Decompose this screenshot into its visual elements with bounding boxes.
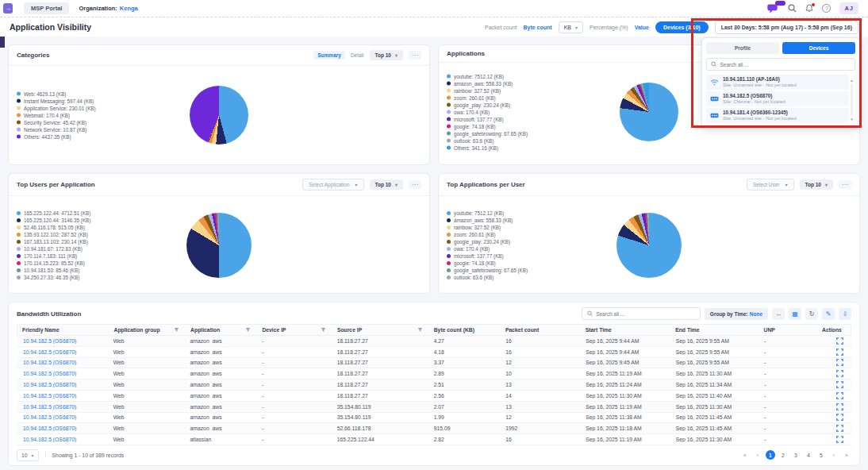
legend-item[interactable]: rainbow: 327.52 (KB): [447, 225, 528, 230]
packet-count-toggle[interactable]: Packet count: [485, 25, 517, 30]
percentage-toggle[interactable]: Percentage (%): [590, 25, 628, 30]
columns-button[interactable]: ▦: [789, 308, 801, 320]
expand-row-icon[interactable]: [836, 403, 843, 410]
device-list-item[interactable]: 10.94.182.5 (OS6870) Site: Chennai - Not…: [706, 91, 849, 106]
page-number-button[interactable]: 1: [766, 450, 775, 460]
legend-item[interactable]: google: 74.18 (KB): [447, 260, 528, 266]
device-list-item[interactable]: 10.94.181.110 (AP-16A0) Site: Unnamed si…: [706, 75, 849, 90]
notifications-button[interactable]: [805, 4, 813, 13]
first-page-button[interactable]: «: [740, 450, 750, 460]
expand-columns-button[interactable]: ↔: [772, 308, 785, 320]
tab-profile[interactable]: Profile: [706, 42, 779, 54]
legend-item[interactable]: 135.93.122.102: 287.52 (KB): [17, 232, 90, 237]
more-options-button[interactable]: ⋯: [409, 180, 421, 189]
friendly-name-link[interactable]: 10.94.182.5 (OS6870): [17, 437, 109, 442]
friendly-name-link[interactable]: 10.94.182.5 (OS6870): [17, 349, 109, 355]
legend-item[interactable]: google_safebrowsing: 67.65 (KB): [447, 268, 528, 273]
friendly-name-link[interactable]: 10.94.182.5 (OS6870): [17, 393, 109, 399]
page-number-button[interactable]: 2: [778, 450, 788, 460]
select-user-dropdown[interactable]: Select User▾: [747, 179, 794, 191]
friendly-name-link[interactable]: 10.94.182.5 (OS6870): [17, 382, 109, 387]
legend-item[interactable]: Others: 4437.35 (KB): [17, 134, 96, 140]
page-number-button[interactable]: 5: [816, 450, 826, 460]
legend-item[interactable]: 167.183.13.103: 230.14 (KB): [17, 239, 90, 245]
device-list-item[interactable]: 10.94.181.4 (OS6360-12345) Site: Unnamed…: [706, 108, 849, 123]
table-row[interactable]: 10.94.182.5 (OS6870) Web amazon_aws - 18…: [17, 347, 851, 358]
legend-item[interactable]: 170.114.7.183: 111 (KB): [17, 253, 90, 259]
expand-row-icon[interactable]: [836, 381, 843, 388]
scroll-up-icon[interactable]: ▴: [851, 78, 853, 83]
expand-row-icon[interactable]: [836, 436, 843, 443]
table-header-cell[interactable]: Application: [186, 327, 257, 333]
table-row[interactable]: 10.94.182.5 (OS6870) Web atlassian - 165…: [17, 434, 851, 445]
search-button[interactable]: [788, 4, 797, 13]
table-row[interactable]: 10.94.182.5 (OS6870) Web amazon_aws - 35…: [17, 402, 851, 413]
sidebar-expand-button[interactable]: →: [3, 3, 13, 13]
table-row[interactable]: 10.94.182.5 (OS6870) Web amazon_aws - 18…: [17, 358, 851, 369]
legend-item[interactable]: Webmail: 170.4 (KB): [17, 113, 96, 118]
scroll-down-icon[interactable]: ▾: [851, 117, 853, 121]
page-number-button[interactable]: 4: [804, 450, 813, 460]
scroll-track[interactable]: [851, 83, 853, 116]
table-header-cell[interactable]: Device IP: [257, 327, 332, 333]
filter-icon[interactable]: [417, 327, 423, 333]
table-row[interactable]: 10.94.182.5 (OS6870) Web amazon_aws - 18…: [17, 379, 851, 391]
legend-item[interactable]: 52.46.116.178: 515.05 (KB): [17, 225, 90, 230]
select-application-dropdown[interactable]: Select Application▾: [302, 179, 363, 191]
page-number-button[interactable]: 3: [791, 450, 801, 460]
legend-item[interactable]: owa: 170.4 (KB): [447, 246, 528, 252]
last-page-button[interactable]: »: [842, 450, 851, 460]
expand-row-icon[interactable]: [836, 349, 843, 356]
legend-item[interactable]: microsoft: 137.77 (KB): [447, 253, 528, 259]
page-size-select[interactable]: 10▾: [17, 449, 39, 461]
table-header-cell[interactable]: Application group: [109, 327, 186, 333]
legend-item[interactable]: Others: 341.16 (KB): [447, 145, 528, 151]
table-header-cell[interactable]: End Time: [670, 327, 759, 333]
friendly-name-link[interactable]: 10.94.182.5 (OS6870): [17, 360, 109, 365]
filter-icon[interactable]: [174, 327, 179, 333]
expand-row-icon[interactable]: [836, 337, 843, 345]
search-input[interactable]: [596, 311, 695, 317]
prev-page-button[interactable]: ‹: [753, 450, 762, 460]
legend-item[interactable]: amazon_aws: 558.33 (KB): [447, 81, 528, 87]
table-header-cell[interactable]: Source IP: [332, 327, 429, 333]
legend-item[interactable]: Security Service: 45.42 (KB): [17, 120, 96, 125]
table-row[interactable]: 10.94.182.5 (OS6870) Web amazon_aws - 18…: [17, 391, 851, 402]
friendly-name-link[interactable]: 10.94.182.5 (OS6870): [17, 371, 109, 376]
legend-item[interactable]: Instant Messaging: 597.44 (KB): [17, 98, 96, 104]
table-header-cell[interactable]: UNP: [759, 327, 817, 333]
legend-item[interactable]: amazon_aws: 558.33 (KB): [447, 218, 528, 223]
legend-item[interactable]: Web: 4629.13 (KB): [17, 91, 96, 97]
legend-item[interactable]: 165.225.122.44: 4712.51 (KB): [17, 210, 90, 216]
value-toggle[interactable]: Value: [635, 25, 649, 30]
group-by-time-button[interactable]: Group by Time:None: [705, 308, 768, 320]
date-range-picker[interactable]: Last 30 Days: 5:58 pm (Aug 17) - 5:58 pm…: [715, 21, 858, 34]
legend-item[interactable]: outlook: 63.6 (KB): [447, 138, 528, 144]
table-header-cell[interactable]: Friendly Name: [17, 327, 109, 333]
legend-item[interactable]: 34.250.27.33: 46.35 (KB): [17, 275, 90, 280]
next-page-button[interactable]: ›: [829, 450, 839, 460]
legend-item[interactable]: youtube: 7512.12 (KB): [447, 74, 528, 79]
legend-item[interactable]: Network Service: 10.87 (KB): [17, 127, 96, 133]
devices-search[interactable]: [706, 58, 855, 71]
friendly-name-link[interactable]: 10.94.182.5 (OS6870): [17, 338, 109, 344]
legend-item[interactable]: 165.225.120.44: 3146.35 (KB): [17, 218, 90, 223]
table-header-cell[interactable]: Byte count (KB): [429, 327, 501, 333]
filter-icon[interactable]: [321, 327, 326, 333]
devices-button[interactable]: Devices (3/10): [655, 21, 709, 33]
help-button[interactable]: ?: [822, 4, 831, 13]
table-header-cell[interactable]: Start Time: [581, 327, 670, 333]
legend-item[interactable]: youtube: 7512.12 (KB): [447, 210, 528, 216]
devices-scrollbar[interactable]: ▴ ▾: [849, 78, 855, 121]
table-header-cell[interactable]: Actions: [817, 327, 851, 333]
more-options-button[interactable]: ⋯: [409, 51, 421, 60]
friendly-name-link[interactable]: 10.94.182.5 (OS6870): [17, 404, 109, 410]
legend-item[interactable]: 170.114.15.223: 95.52 (KB): [17, 260, 90, 266]
table-row[interactable]: 10.94.182.5 (OS6870) Web amazon_aws - 35…: [17, 413, 851, 424]
top10-select[interactable]: Top 10▾: [370, 179, 403, 190]
summary-tab[interactable]: Summary: [313, 51, 345, 60]
refresh-button[interactable]: ↻: [805, 308, 818, 320]
chat-button[interactable]: [767, 4, 779, 13]
friendly-name-link[interactable]: 10.94.182.5 (OS6870): [17, 414, 109, 420]
more-options-button[interactable]: ⋯: [839, 180, 851, 189]
